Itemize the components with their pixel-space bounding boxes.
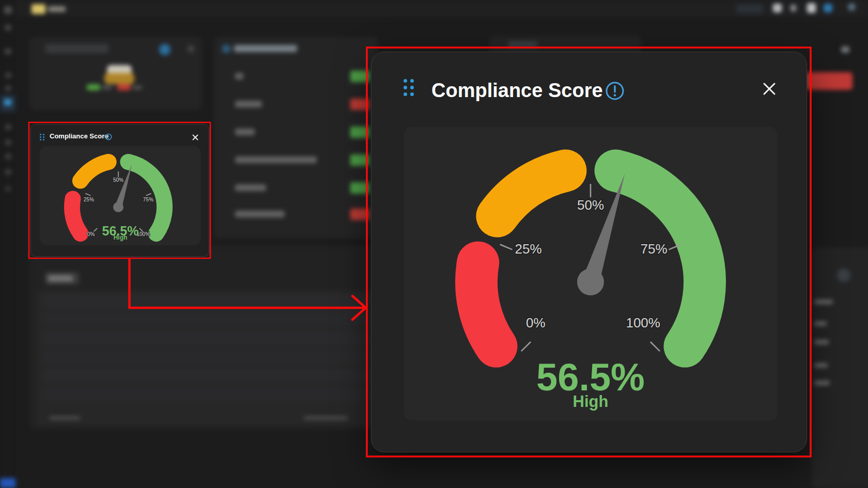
dashboard-screen: Compliance Score 0%25%50%75%100% 56.5% H…: [0, 0, 868, 488]
background-card-title-blur: [508, 41, 537, 48]
gauge-state-label: High: [404, 393, 777, 410]
close-icon[interactable]: [760, 80, 779, 98]
gauge-panel: 0%25%50%75%100% 56.5% High: [404, 127, 777, 420]
checks-card-header-icon: [222, 45, 230, 53]
overview-card-icon[interactable]: [188, 45, 194, 52]
sidebar-icon[interactable]: [5, 169, 11, 175]
svg-text:25%: 25%: [84, 197, 94, 202]
sidebar-icon[interactable]: [5, 186, 11, 191]
gauge-state-label: High: [40, 234, 201, 241]
topbar-icon[interactable]: [807, 3, 816, 13]
status-pill: [350, 127, 370, 138]
sidebar-icon[interactable]: [5, 140, 11, 145]
topbar-search-box[interactable]: [736, 4, 763, 13]
close-icon[interactable]: [191, 133, 200, 142]
app-logo[interactable]: [32, 4, 45, 14]
right-card-label-blur: [814, 363, 828, 368]
topbar-icon-blue[interactable]: [824, 4, 832, 12]
topbar-avatar[interactable]: [848, 3, 856, 11]
sidebar-icon[interactable]: [5, 25, 11, 30]
gauge-panel: 0%25%50%75%100% 56.5% High: [40, 146, 201, 245]
sidebar-icon[interactable]: [4, 6, 12, 14]
overview-image-blur: [104, 73, 134, 84]
legend-label-blur: [133, 86, 142, 89]
status-pill: [350, 99, 370, 110]
check-row-label-blur: [235, 184, 266, 191]
right-card-label-blur: [814, 300, 833, 304]
app-logo-text: [48, 6, 66, 12]
status-pill: [350, 182, 370, 194]
info-icon[interactable]: [605, 81, 625, 101]
svg-text:50%: 50%: [113, 177, 123, 183]
compliance-score-widget: Compliance Score 0%25%50%75%100% 56.5% H…: [30, 124, 209, 257]
right-card-label-blur: [814, 381, 830, 385]
sidebar-icon-active[interactable]: [4, 99, 11, 105]
overview-card-title-blur: [45, 44, 109, 53]
drag-handle-icon[interactable]: [40, 134, 44, 140]
background-small-icon: [841, 46, 849, 53]
info-icon[interactable]: [105, 133, 112, 140]
status-pill: [350, 71, 370, 82]
sidebar-icon[interactable]: [5, 124, 11, 130]
right-card: [812, 248, 868, 488]
table-footer-text-blur: [304, 416, 348, 420]
legend-label-blur: [102, 86, 112, 89]
check-row-label-blur: [235, 101, 262, 107]
overview-card-icon-blue[interactable]: [159, 44, 171, 55]
svg-text:50%: 50%: [577, 197, 604, 213]
status-pill: [350, 154, 370, 166]
compliance-score-modal: Compliance Score 0%25%50%75%100% 56.5% H…: [371, 52, 807, 452]
status-pill: [350, 209, 370, 220]
check-row-label-blur: [235, 73, 243, 80]
modal-title: Compliance Score: [431, 80, 603, 101]
sidebar-bottom-badge: [0, 478, 16, 488]
topbar-icon[interactable]: [773, 4, 782, 12]
drag-handle-icon[interactable]: [404, 79, 414, 96]
svg-text:0%: 0%: [526, 315, 546, 330]
table-footer-text-blur: [49, 416, 80, 420]
sidebar-icon[interactable]: [5, 154, 11, 159]
svg-text:25%: 25%: [515, 241, 541, 257]
background-red-button[interactable]: [805, 72, 853, 90]
svg-text:100%: 100%: [626, 315, 660, 330]
check-row-label-blur: [235, 156, 317, 163]
sidebar-icon[interactable]: [5, 73, 11, 78]
check-row-label-blur: [235, 129, 255, 135]
gauge-value: 56.5%: [404, 358, 777, 397]
topbar-icon[interactable]: [791, 5, 796, 11]
right-card-label-blur: [814, 321, 827, 326]
sidebar-icon[interactable]: [5, 49, 11, 54]
check-row-label-blur: [235, 211, 285, 217]
legend-dot-fail: [117, 84, 131, 90]
svg-text:75%: 75%: [143, 197, 153, 202]
legend-dot-pass: [87, 84, 100, 90]
table-card-title-blur: [48, 275, 73, 281]
sidebar-icon[interactable]: [5, 86, 11, 91]
checks-card-title-blur: [234, 45, 297, 52]
right-card-icon: [837, 269, 850, 282]
svg-text:75%: 75%: [641, 241, 668, 257]
right-card-label-blur: [814, 340, 829, 344]
widget-title: Compliance Score: [50, 132, 108, 140]
